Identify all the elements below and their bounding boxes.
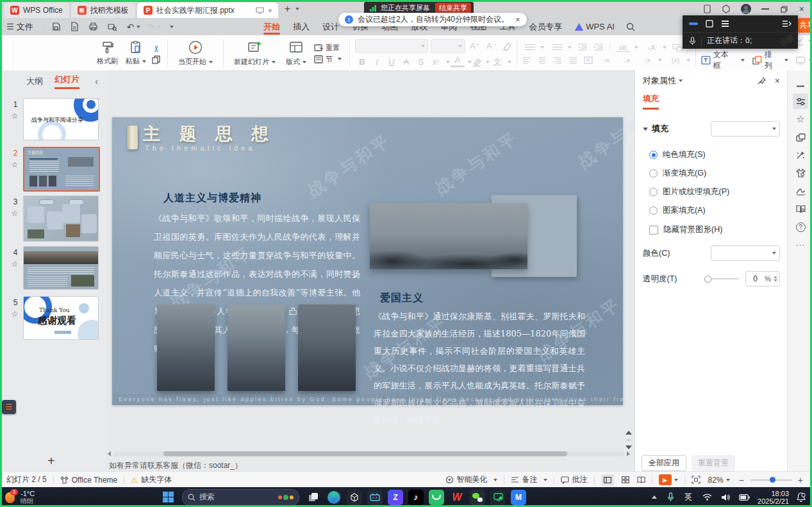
radio-solid-fill[interactable]: 纯色填充(S) bbox=[649, 149, 788, 160]
color-combo[interactable] bbox=[711, 245, 780, 261]
apply-all-button[interactable]: 全部应用 bbox=[642, 455, 686, 471]
font-size-combo[interactable] bbox=[431, 39, 465, 53]
taskbar-search[interactable]: 搜索 bbox=[182, 489, 299, 506]
rail-collapse-icon[interactable] bbox=[793, 78, 808, 94]
meeting-minimize-icon[interactable] bbox=[689, 22, 698, 25]
layout-button[interactable]: 版式 bbox=[286, 40, 306, 67]
new-tab-button[interactable]: + bbox=[285, 3, 290, 15]
horizontal-scrollbar[interactable] bbox=[108, 451, 630, 456]
minimize-button[interactable] bbox=[761, 8, 769, 10]
rail-help-icon[interactable]: ? bbox=[793, 219, 808, 235]
section-button[interactable]: 节 bbox=[314, 54, 342, 64]
undo-button[interactable]: ↶ bbox=[127, 22, 135, 32]
tab-wps-office[interactable]: W WPS Office bbox=[4, 3, 69, 18]
wifi-icon[interactable] bbox=[702, 494, 712, 501]
slide-star-icon[interactable]: ☆ bbox=[10, 310, 20, 319]
fit-window-icon[interactable] bbox=[692, 476, 700, 484]
toolbox-float-button[interactable]: ☰ bbox=[2, 400, 16, 414]
slide-subtitle[interactable]: The thematic idea bbox=[145, 144, 255, 152]
textbox-caret-icon[interactable] bbox=[741, 59, 745, 62]
task-view-button[interactable] bbox=[306, 490, 321, 505]
scrollbar-thumb[interactable] bbox=[163, 451, 567, 456]
format-painter-button[interactable]: 格式刷 bbox=[97, 40, 118, 66]
slide-star-icon[interactable]: ☆ bbox=[10, 260, 20, 269]
notification-close-button[interactable]: × bbox=[515, 15, 520, 24]
slide-canvas[interactable]: 战争与和平 战争与和平 战争与和平 战争与和平 战争与和平 战争与和平 主 题 … bbox=[112, 117, 623, 405]
export-pdf-icon[interactable] bbox=[70, 22, 79, 31]
slide-star-icon[interactable]: ☆ bbox=[10, 160, 20, 169]
panel-title-caret-icon[interactable] bbox=[679, 79, 683, 82]
edge-browser-icon[interactable] bbox=[326, 490, 342, 505]
battle-painting-image[interactable] bbox=[370, 203, 527, 269]
radio-gradient-fill[interactable]: 渐变填充(G) bbox=[649, 168, 788, 179]
fill-group-caret-icon[interactable] bbox=[643, 128, 648, 131]
checkbox-hide-background[interactable]: 隐藏背景图形(H) bbox=[649, 224, 788, 235]
smart-beautify-button[interactable]: 智能美化 bbox=[445, 474, 497, 485]
copy-button[interactable] bbox=[151, 55, 161, 65]
end-share-button[interactable]: 结束共享 bbox=[435, 3, 471, 13]
bilibili-icon[interactable] bbox=[367, 490, 383, 505]
cut-button[interactable]: ✂ bbox=[151, 42, 162, 52]
zoom-in-button[interactable]: + bbox=[798, 475, 803, 485]
rail-shapes-icon[interactable] bbox=[793, 129, 808, 145]
app-cube-icon[interactable] bbox=[347, 490, 362, 505]
notes-button[interactable]: 备注 bbox=[511, 474, 547, 485]
quark-browser-icon[interactable]: Z bbox=[388, 490, 403, 505]
meeting-window-icon[interactable] bbox=[706, 20, 713, 28]
font-name-combo[interactable] bbox=[355, 39, 428, 53]
transparency-input[interactable]: 0 % bbox=[745, 271, 780, 287]
normal-view-button[interactable] bbox=[601, 474, 614, 486]
scroll-right-arrow[interactable] bbox=[627, 451, 630, 456]
meeting-list-icon[interactable] bbox=[721, 20, 729, 28]
slider-knob[interactable] bbox=[704, 276, 711, 283]
undo-caret-icon[interactable] bbox=[137, 26, 140, 28]
slide-image-2[interactable] bbox=[228, 304, 285, 391]
blue-m-app-icon[interactable]: M bbox=[511, 490, 526, 505]
transparency-slider[interactable] bbox=[706, 278, 739, 279]
rail-favorites-icon[interactable]: ☆ bbox=[793, 112, 808, 127]
next-slide-button[interactable] bbox=[626, 445, 632, 449]
collapse-panel-button[interactable]: ‹ bbox=[95, 76, 98, 87]
ribbon-tab-insert[interactable]: 插入 bbox=[286, 18, 316, 35]
tray-microphone-icon[interactable] bbox=[667, 492, 674, 502]
slide-thumbnail-2[interactable]: 主题思想 bbox=[23, 147, 100, 192]
slide-image-1[interactable] bbox=[157, 304, 215, 391]
slide-image-3[interactable] bbox=[298, 304, 356, 391]
radio-picture-fill[interactable]: 图片或纹理填充(P) bbox=[649, 187, 788, 197]
slide-title[interactable]: 主 题 思 想 bbox=[143, 122, 275, 145]
section1-heading[interactable]: 人道主义与博爱精神 bbox=[163, 192, 261, 205]
device-sync-icon[interactable] bbox=[703, 4, 711, 13]
paste-button[interactable]: 粘贴 bbox=[126, 40, 146, 66]
missing-font-warning[interactable]: ⚠ 缺失字体 bbox=[131, 474, 172, 485]
theme-button[interactable]: Office Theme bbox=[60, 476, 118, 485]
slideshow-play-button[interactable]: ▶ bbox=[659, 474, 672, 485]
ribbon-tab-home[interactable]: 开始 bbox=[257, 18, 286, 35]
radio-pattern-fill[interactable]: 图案填充(A) bbox=[649, 205, 788, 216]
rail-material-icon[interactable] bbox=[793, 165, 808, 181]
prev-slide-button[interactable] bbox=[626, 431, 632, 435]
reset-button[interactable]: 重置 bbox=[314, 43, 342, 53]
textbox-button[interactable]: 文本框 bbox=[701, 49, 745, 71]
rail-reference-icon[interactable] bbox=[793, 201, 808, 217]
panel-close-button[interactable]: × bbox=[775, 76, 780, 86]
speaker-icon[interactable] bbox=[721, 494, 730, 501]
meeting-expand-icon[interactable] bbox=[782, 20, 791, 28]
zoom-caret-icon[interactable] bbox=[726, 479, 730, 481]
clock-widget[interactable]: 18:03 2025/2/21 bbox=[758, 490, 789, 505]
tab-docer[interactable]: 稻 找稻壳模板 bbox=[71, 3, 135, 18]
integrations-icon[interactable] bbox=[722, 4, 731, 13]
wps-icon[interactable]: W bbox=[449, 490, 465, 505]
tab-list-caret-icon[interactable] bbox=[295, 8, 299, 10]
slide-thumbnail-1[interactable]: 战争与和平阅读分享 bbox=[23, 98, 99, 140]
battery-icon[interactable] bbox=[739, 494, 750, 501]
tab-document[interactable]: P 社会实践学期汇报.pptx bbox=[137, 3, 278, 18]
arrange-button[interactable]: 排列 bbox=[752, 49, 788, 71]
print-icon[interactable] bbox=[88, 22, 98, 31]
notification-bell-icon[interactable] bbox=[797, 492, 806, 502]
zoom-slider[interactable] bbox=[750, 479, 791, 481]
paste-caret-icon[interactable] bbox=[142, 60, 146, 63]
ribbon-tab-wps-ai[interactable]: WPS AI bbox=[568, 18, 621, 35]
section2-heading[interactable]: 爱国主义 bbox=[380, 292, 424, 305]
quickbar-caret-icon[interactable] bbox=[170, 26, 174, 28]
slide-sorter-view-button[interactable] bbox=[622, 476, 629, 483]
